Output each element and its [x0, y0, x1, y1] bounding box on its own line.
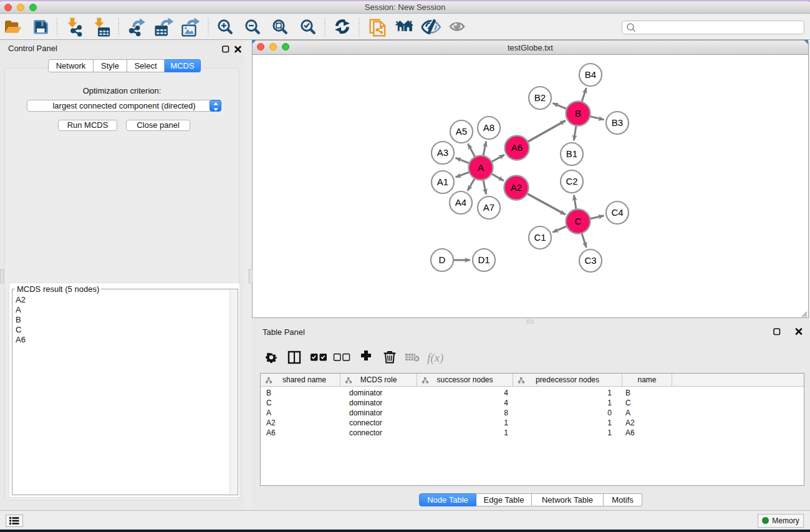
svg-text:f(x): f(x) — [427, 351, 443, 365]
